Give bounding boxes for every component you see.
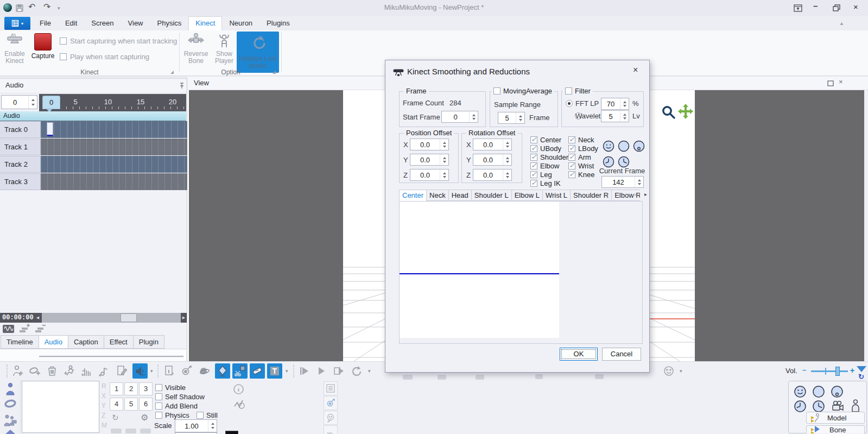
overflow-icon[interactable]: ▾ [368,368,371,374]
volume-minus[interactable]: – [802,366,806,374]
part-ubody-checkbox[interactable]: UBody [530,144,561,153]
fft-radio[interactable] [566,100,573,107]
filter-checkbox[interactable] [565,87,572,95]
edit-caption-icon[interactable] [115,364,128,378]
timeline-ruler[interactable]: 0 5 10 15 20 [39,94,186,111]
position-x-spinner[interactable]: 0.0 [410,139,449,150]
toolbar-grip[interactable] [157,364,160,378]
frame-number-spinner[interactable]: 0 [1,95,37,109]
face-look-left-icon[interactable] [793,399,807,413]
reverse-bone-button[interactable]: Reverse Bone [182,33,210,65]
rotation-z-spinner[interactable]: 0.0 [473,169,512,181]
track-label[interactable]: Track 0 [0,121,41,138]
start-frame-spinner[interactable]: 0 [441,111,478,123]
start-capturing-checkbox[interactable]: Start capturing when start tracking [60,37,177,45]
wavelet-spinner[interactable]: 5 [601,110,629,122]
numpad-6[interactable]: 6 [139,398,153,411]
tab-view[interactable]: View [121,16,150,30]
stage-mode-icon[interactable] [4,429,16,434]
overflow-icon[interactable]: ▾ [286,368,288,374]
face-mouth-icon[interactable] [632,140,645,153]
record-icon[interactable] [180,364,193,378]
part-neck-checkbox[interactable]: Neck [568,136,594,144]
tab-scroll-left-icon[interactable]: ◂ [633,191,636,197]
joint-tab-wrist-l[interactable]: Wrist L [542,190,571,201]
view-close-icon[interactable]: × [839,78,843,86]
move-tool-icon[interactable] [677,103,694,119]
tab-audio[interactable]: Audio [39,335,68,349]
application-menu-button[interactable]: ▾ [4,17,30,30]
camera-icon[interactable] [831,400,845,413]
part-lbody-checkbox[interactable]: LBody [568,144,598,153]
kinect-group-launcher[interactable] [170,71,174,74]
initialize-lost-bones-button[interactable]: Initialize Lost bones [237,32,279,73]
morph-check-icon[interactable] [232,398,245,411]
part-center-checkbox[interactable]: Center [530,136,561,144]
minimize-icon[interactable]: – [813,1,818,10]
physics-checkbox[interactable]: Physics [155,411,189,419]
current-frame-marker[interactable]: 0 [42,96,60,109]
position-y-spinner[interactable]: 0.0 [410,154,449,166]
joint-tab-head[interactable]: Head [448,190,472,201]
joint-tab-shoulder-r[interactable]: Shoulder R [570,190,612,201]
tab-edit[interactable]: Edit [58,16,84,30]
pin-icon[interactable] [179,83,185,89]
add-accessory-icon[interactable] [28,364,41,378]
face-blank-icon[interactable] [617,140,630,153]
add-motion-icon[interactable] [63,364,76,378]
add-model-icon[interactable] [11,364,24,378]
effect-icon[interactable] [250,363,265,379]
scale-spinner[interactable]: 1.00 [175,419,217,432]
add-pose-icon[interactable] [80,364,93,378]
view-maximize-icon[interactable] [827,80,834,86]
tab-timeline[interactable]: Timeline [1,335,39,349]
face-smile-icon[interactable] [602,140,615,153]
expression-bubble-icon[interactable] [324,411,338,425]
close-icon[interactable]: × [853,2,858,11]
restore-icon[interactable] [833,4,840,11]
show-player-button[interactable]: Show Player [211,33,238,65]
audio-group-row[interactable]: Audio [0,111,186,121]
hscroll-thumb[interactable] [121,313,137,322]
volume-handle[interactable] [835,367,840,376]
current-frame-spinner[interactable]: 142 [601,176,644,188]
select-bone-icon[interactable] [232,363,248,379]
refresh-icon[interactable]: ↻ [858,373,864,381]
part-legik-checkbox[interactable]: Leg IK [530,179,561,187]
tab-plugin[interactable]: Plugin [133,335,164,349]
hscroll-left-arrow[interactable]: ◀ [34,313,42,323]
add-track-icon[interactable] [18,324,31,335]
waveform-icon[interactable] [2,324,15,335]
part-shoulder-checkbox[interactable]: Shoulder [530,153,568,161]
numpad-2[interactable]: 2 [124,382,138,395]
tab-screen[interactable]: Screen [84,16,121,30]
play-icon[interactable] [315,364,328,378]
play-range-icon[interactable] [332,364,345,378]
fft-spinner[interactable]: 70 [601,98,629,110]
tab-physics[interactable]: Physics [150,16,189,30]
volume-slider[interactable] [811,370,848,372]
face-blank-icon[interactable] [812,385,826,399]
tab-file[interactable]: File [33,16,58,30]
joint-tab-center[interactable]: Center [399,190,427,201]
bone-button[interactable]: Bone [806,425,865,433]
overflow-icon[interactable]: ▾ [680,368,682,374]
position-z-spinner[interactable]: 0.0 [410,169,449,181]
add-audio-icon[interactable] [98,364,111,378]
numpad-1[interactable]: 1 [110,382,123,395]
numpad-3[interactable]: 3 [139,382,153,395]
part-arm-checkbox[interactable]: Arm [568,153,591,161]
edge-color-swatch[interactable] [225,431,238,434]
track-grid[interactable] [41,156,187,173]
reset-icon[interactable]: ↻ [112,413,119,423]
tab-kinect[interactable]: Kinect [188,16,222,30]
play-start-icon[interactable] [297,364,311,378]
self-shadow-checkbox[interactable]: Self Shadow [155,393,205,401]
repeat-icon[interactable] [350,364,363,378]
visible-checkbox[interactable]: Visible [155,383,186,392]
track-label[interactable]: Track 1 [0,139,41,155]
hscroll-right-arrow[interactable]: ▶ [181,313,187,323]
ok-button[interactable]: OK [560,348,598,361]
camera-target-icon[interactable] [324,396,338,410]
hscroll-track[interactable] [42,313,181,323]
